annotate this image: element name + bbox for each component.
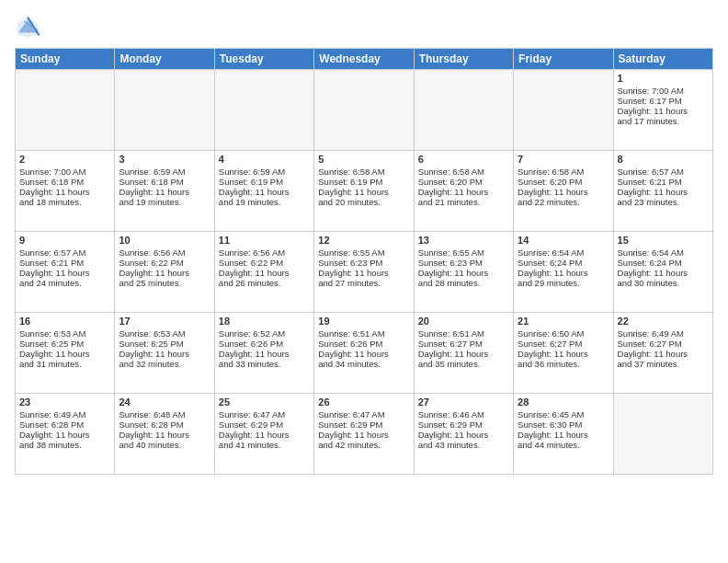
day-info-line: Sunrise: 6:48 AM (119, 409, 210, 419)
day-info-line: and 38 minutes. (19, 440, 110, 450)
day-info-line: Sunset: 6:22 PM (219, 258, 310, 268)
day-info-line: Daylight: 11 hours (219, 349, 310, 359)
day-info-line: Sunrise: 6:58 AM (318, 167, 409, 177)
day-info-line: and 35 minutes. (418, 359, 509, 369)
day-info-line: and 28 minutes. (418, 278, 509, 288)
day-info-line: and 31 minutes. (19, 359, 110, 369)
day-info-line: Daylight: 11 hours (119, 430, 210, 440)
day-info-line: Daylight: 11 hours (19, 349, 110, 359)
day-info-line: Daylight: 11 hours (518, 349, 609, 359)
day-info-line: Daylight: 11 hours (618, 106, 709, 116)
day-info-line: Sunrise: 6:55 AM (318, 247, 409, 258)
calendar-cell: 18Sunrise: 6:52 AMSunset: 6:26 PMDayligh… (214, 313, 313, 394)
day-number: 18 (219, 316, 310, 327)
weekday-header-wednesday: Wednesday (314, 49, 414, 70)
calendar-cell: 14Sunrise: 6:54 AMSunset: 6:24 PMDayligh… (514, 232, 613, 313)
day-info-line: Sunset: 6:27 PM (418, 339, 509, 349)
day-info-line: Sunrise: 6:58 AM (518, 167, 609, 177)
calendar-cell: 8Sunrise: 6:57 AMSunset: 6:21 PMDaylight… (613, 151, 712, 232)
day-info-line: Daylight: 11 hours (518, 187, 609, 197)
day-info-line: Sunset: 6:18 PM (19, 177, 110, 187)
day-info-line: and 25 minutes. (119, 278, 210, 288)
calendar-cell: 13Sunrise: 6:55 AMSunset: 6:23 PMDayligh… (414, 232, 513, 313)
day-info-line: Daylight: 11 hours (418, 268, 509, 278)
day-info-line: Sunrise: 6:50 AM (518, 328, 609, 339)
day-number: 17 (119, 316, 210, 327)
day-info-line: Sunrise: 6:57 AM (19, 247, 110, 258)
day-number: 15 (618, 235, 709, 246)
day-info-line: Daylight: 11 hours (318, 430, 409, 440)
weekday-header-monday: Monday (115, 49, 214, 70)
day-number: 6 (418, 154, 509, 165)
day-info-line: and 20 minutes. (318, 197, 409, 207)
day-number: 5 (318, 154, 409, 165)
logo (15, 15, 43, 40)
day-number: 24 (119, 396, 210, 408)
calendar-cell (314, 70, 414, 151)
day-info-line: and 29 minutes. (518, 278, 609, 288)
weekday-header-row: SundayMondayTuesdayWednesdayThursdayFrid… (16, 49, 713, 70)
day-info-line: Daylight: 11 hours (119, 187, 210, 197)
day-number: 11 (219, 235, 310, 246)
calendar-cell: 28Sunrise: 6:45 AMSunset: 6:30 PMDayligh… (514, 394, 613, 475)
day-info-line: Sunrise: 6:59 AM (219, 167, 310, 177)
day-info-line: and 40 minutes. (119, 440, 210, 450)
day-info-line: Daylight: 11 hours (219, 187, 310, 197)
calendar-cell: 7Sunrise: 6:58 AMSunset: 6:20 PMDaylight… (514, 151, 613, 232)
day-info-line: Sunset: 6:27 PM (518, 339, 609, 349)
day-info-line: Sunset: 6:18 PM (119, 177, 210, 187)
day-info-line: Daylight: 11 hours (19, 430, 110, 440)
day-info-line: Daylight: 11 hours (119, 268, 210, 278)
day-info-line: Sunset: 6:19 PM (318, 177, 409, 187)
weekday-header-friday: Friday (514, 49, 613, 70)
day-info-line: and 27 minutes. (318, 278, 409, 288)
calendar-week-3: 16Sunrise: 6:53 AMSunset: 6:25 PMDayligh… (16, 313, 713, 394)
weekday-header-tuesday: Tuesday (214, 49, 313, 70)
day-info-line: Sunset: 6:22 PM (119, 258, 210, 268)
calendar-cell: 15Sunrise: 6:54 AMSunset: 6:24 PMDayligh… (613, 232, 712, 313)
day-info-line: Sunrise: 6:47 AM (219, 409, 310, 419)
calendar-cell: 19Sunrise: 6:51 AMSunset: 6:26 PMDayligh… (314, 313, 414, 394)
day-info-line: Sunset: 6:28 PM (19, 419, 110, 430)
day-info-line: and 44 minutes. (518, 440, 609, 450)
day-info-line: Sunrise: 6:47 AM (318, 409, 409, 419)
day-info-line: Sunrise: 6:53 AM (19, 328, 110, 339)
day-number: 27 (418, 396, 509, 408)
day-info-line: Daylight: 11 hours (219, 430, 310, 440)
calendar-cell (16, 70, 115, 151)
page: SundayMondayTuesdayWednesdayThursdayFrid… (0, 0, 728, 563)
calendar-week-0: 1Sunrise: 7:00 AMSunset: 6:17 PMDaylight… (16, 70, 713, 151)
day-info-line: Sunrise: 6:59 AM (119, 167, 210, 177)
day-info-line: Sunset: 6:24 PM (518, 258, 609, 268)
day-info-line: Sunset: 6:28 PM (119, 419, 210, 430)
calendar-cell: 12Sunrise: 6:55 AMSunset: 6:23 PMDayligh… (314, 232, 414, 313)
day-info-line: Sunrise: 6:58 AM (418, 167, 509, 177)
day-info-line: Sunset: 6:30 PM (518, 419, 609, 430)
day-info-line: Sunset: 6:29 PM (418, 419, 509, 430)
calendar-cell: 26Sunrise: 6:47 AMSunset: 6:29 PMDayligh… (314, 394, 414, 475)
calendar-cell: 11Sunrise: 6:56 AMSunset: 6:22 PMDayligh… (214, 232, 313, 313)
calendar-cell (115, 70, 214, 151)
day-number: 14 (518, 235, 609, 246)
calendar-cell: 6Sunrise: 6:58 AMSunset: 6:20 PMDaylight… (414, 151, 513, 232)
weekday-header-sunday: Sunday (16, 49, 115, 70)
calendar-cell: 27Sunrise: 6:46 AMSunset: 6:29 PMDayligh… (414, 394, 513, 475)
day-number: 3 (119, 154, 210, 165)
day-number: 16 (19, 316, 110, 327)
day-info-line: Daylight: 11 hours (219, 268, 310, 278)
calendar-cell: 25Sunrise: 6:47 AMSunset: 6:29 PMDayligh… (214, 394, 313, 475)
day-info-line: Sunset: 6:24 PM (618, 258, 709, 268)
calendar-week-2: 9Sunrise: 6:57 AMSunset: 6:21 PMDaylight… (16, 232, 713, 313)
day-number: 7 (518, 154, 609, 165)
calendar-cell: 20Sunrise: 6:51 AMSunset: 6:27 PMDayligh… (414, 313, 513, 394)
day-info-line: Sunrise: 6:51 AM (418, 328, 509, 339)
day-info-line: Sunset: 6:29 PM (219, 419, 310, 430)
calendar-cell: 16Sunrise: 6:53 AMSunset: 6:25 PMDayligh… (16, 313, 115, 394)
day-number: 21 (518, 316, 609, 327)
calendar-cell: 4Sunrise: 6:59 AMSunset: 6:19 PMDaylight… (214, 151, 313, 232)
day-info-line: and 42 minutes. (318, 440, 409, 450)
day-info-line: Sunset: 6:20 PM (418, 177, 509, 187)
day-info-line: and 34 minutes. (318, 359, 409, 369)
day-number: 22 (618, 316, 709, 327)
day-info-line: and 26 minutes. (219, 278, 310, 288)
